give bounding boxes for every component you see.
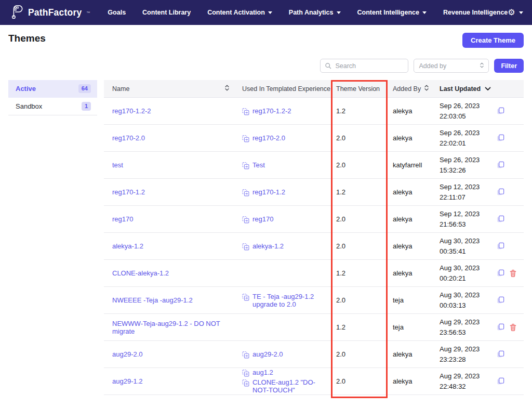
theme-name-link[interactable]: aug29-1.2 <box>112 377 143 385</box>
copy-theme-button[interactable] <box>497 242 504 250</box>
used-in-experience: reg170-1.2 <box>242 188 327 196</box>
copy-theme-button[interactable] <box>497 107 504 115</box>
copy-theme-button[interactable] <box>497 350 504 358</box>
theme-name-link[interactable]: reg170-2.0 <box>112 134 145 142</box>
table-row: aug29-1.2 aug1.2 CLONE-aug1.2 "DO-NOT-TO… <box>104 368 524 395</box>
theme-name-cell: alekya-1.2 <box>104 242 237 250</box>
copy-icon <box>497 269 504 277</box>
theme-name-link[interactable]: alekya-1.2 <box>112 242 143 250</box>
nav-item[interactable]: Content Library <box>142 9 191 16</box>
theme-name-cell: reg170 <box>104 215 237 223</box>
table-row: CLONE-alekya-1.2 1.2 alekya Aug 30, 2023… <box>104 260 524 287</box>
theme-version-cell: 2.0 <box>331 377 388 385</box>
added-by-cell: alekya <box>388 377 434 385</box>
table-row: NEWWW-Teja-aug29-1.2 - DO NOT migrate 1.… <box>104 314 524 341</box>
copy-theme-button[interactable] <box>497 215 504 223</box>
theme-name-cell: NEWWW-Teja-aug29-1.2 - DO NOT migrate <box>104 320 237 335</box>
nav-item[interactable]: Content Activation <box>207 9 272 16</box>
used-in-link[interactable]: aug1.2 <box>252 368 273 376</box>
copy-theme-button[interactable] <box>497 323 504 331</box>
used-in-link[interactable]: CLONE-aug1.2 "DO-NOT-TOUCH" <box>252 378 327 394</box>
table-row: reg170-1.2 reg170-1.2 1.2 alekya Sep 12,… <box>104 179 524 206</box>
used-in-experience: aug1.2 <box>242 368 327 377</box>
used-in-link[interactable]: aug29-2.0 <box>252 350 283 358</box>
theme-name-link[interactable]: test <box>112 161 123 169</box>
brand-name: PathFactory <box>28 7 82 18</box>
theme-version-cell: 1.2 <box>331 269 388 277</box>
added-by-select-value: Added by <box>419 62 446 70</box>
used-in-link[interactable]: reg170-1.2-2 <box>252 107 291 115</box>
used-in-link[interactable]: reg170-1.2 <box>252 188 285 196</box>
filter-button[interactable]: Filter <box>494 59 524 73</box>
added-by-cell: alekya <box>388 107 434 115</box>
used-in-cell: reg170 <box>237 215 331 223</box>
used-in-link[interactable]: TE - Teja -aug29-1.2 upgrade to 2.0 <box>252 293 327 308</box>
nav-item[interactable]: Revenue Intelligence <box>443 9 508 16</box>
used-in-link[interactable]: alekya-1.2 <box>252 242 284 250</box>
last-updated-cell: Aug 30, 2023 00:03:13 <box>434 290 491 310</box>
nav-item[interactable]: Content Intelligence <box>357 9 427 16</box>
templated-experience-icon <box>242 379 249 387</box>
used-in-experience: Test <box>242 161 327 169</box>
copy-icon <box>497 134 504 142</box>
used-in-cell: reg170-1.2-2 <box>237 107 331 115</box>
used-in-cell: aug29-2.0 <box>237 350 331 359</box>
theme-name-link[interactable]: reg170-1.2-2 <box>112 107 151 115</box>
theme-name-cell: test <box>104 161 237 169</box>
theme-name-link[interactable]: reg170-1.2 <box>112 188 145 196</box>
nav-item[interactable]: Path Analytics <box>289 9 341 16</box>
last-updated-cell: Sep 12, 2023 21:56:53 <box>434 209 491 229</box>
theme-name-link[interactable]: NWEEEE -Teja -aug29-1.2 <box>112 296 193 304</box>
theme-name-link[interactable]: aug29-2.0 <box>112 350 143 358</box>
pathfactory-logo[interactable]: PathFactory™ <box>9 4 90 21</box>
nav-item[interactable]: Goals <box>108 9 126 16</box>
search-input[interactable] <box>320 59 408 73</box>
used-in-link[interactable]: reg170-2.0 <box>252 134 285 142</box>
actions-cell <box>491 377 524 385</box>
copy-icon <box>497 188 504 196</box>
theme-name-link[interactable]: reg170 <box>112 215 133 223</box>
table-toolbar: Added by Filter <box>0 48 532 80</box>
copy-theme-button[interactable] <box>497 296 504 304</box>
added-by-cell: alekya <box>388 134 434 142</box>
copy-icon <box>497 242 504 250</box>
delete-theme-button[interactable] <box>509 323 517 332</box>
theme-name-link[interactable]: CLONE-alekya-1.2 <box>112 269 169 277</box>
added-by-cell: alekya <box>388 242 434 250</box>
copy-icon <box>497 215 504 223</box>
delete-theme-button[interactable] <box>509 269 517 278</box>
actions-cell <box>491 107 524 115</box>
actions-cell <box>491 188 524 196</box>
theme-name-cell: CLONE-alekya-1.2 <box>104 269 237 277</box>
column-header-name[interactable]: Name <box>104 84 237 93</box>
copy-theme-button[interactable] <box>497 377 504 385</box>
search-icon <box>325 62 331 71</box>
column-header-added-by[interactable]: Added By <box>388 84 434 93</box>
added-by-cell: alekya <box>388 215 434 223</box>
actions-cell <box>491 242 524 250</box>
chevron-down-icon <box>268 11 272 14</box>
sort-icon[interactable] <box>424 84 429 93</box>
templated-experience-icon <box>242 243 249 251</box>
settings-menu[interactable]: ⚙ <box>508 8 523 17</box>
actions-cell <box>491 296 524 304</box>
copy-theme-button[interactable] <box>497 188 504 196</box>
column-header-used-in[interactable]: Used In Templated Experience <box>237 85 331 93</box>
copy-theme-button[interactable] <box>497 161 504 169</box>
used-in-link[interactable]: reg170 <box>252 215 273 223</box>
copy-theme-button[interactable] <box>497 134 504 142</box>
sidebar-item[interactable]: Active 64 <box>8 80 97 98</box>
theme-name-link[interactable]: NEWWW-Teja-aug29-1.2 - DO NOT migrate <box>112 320 220 335</box>
create-theme-button[interactable]: Create Theme <box>462 33 524 48</box>
sidebar-item[interactable]: Sandbox 1 <box>8 98 97 115</box>
added-by-select[interactable]: Added by <box>414 59 489 73</box>
copy-icon <box>497 107 504 115</box>
used-in-link[interactable]: Test <box>252 161 265 169</box>
theme-version-cell: 2.0 <box>331 296 388 304</box>
last-updated-cell: Aug 29, 2023 23:56:53 <box>434 317 491 337</box>
status-sidebar: Active 64 Sandbox 1 <box>8 80 97 115</box>
copy-theme-button[interactable] <box>497 269 504 277</box>
column-header-last-updated[interactable]: Last Updated <box>434 85 491 93</box>
sort-icon[interactable] <box>224 84 230 93</box>
column-header-theme-version[interactable]: Theme Version <box>331 85 388 93</box>
